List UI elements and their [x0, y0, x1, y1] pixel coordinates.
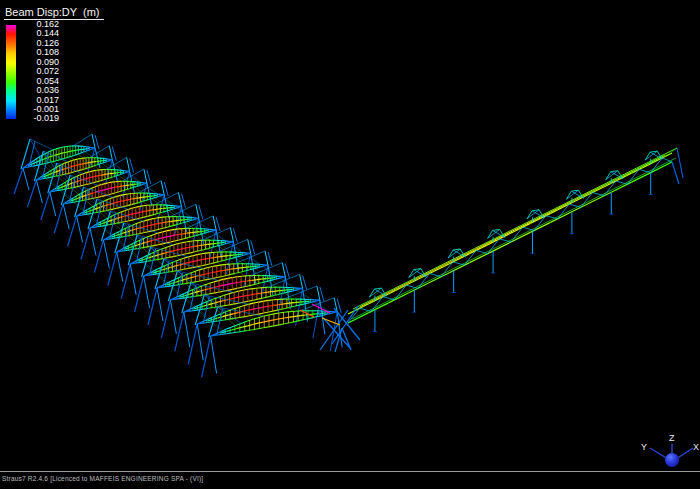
legend-color-band [6, 63, 16, 72]
legend-color-band [6, 34, 16, 43]
axis-z-label: Z [669, 434, 675, 443]
status-bar: Straus7 R2.4.6 [Licenced to MAFFEIS ENGI… [0, 471, 700, 482]
origin-ball-icon [665, 453, 679, 467]
straus7-window: { "window": {"background": "#000000"}, "… [0, 0, 700, 489]
legend-value: -0.019 [23, 114, 59, 123]
results-legend: Beam Disp:DY (m) 0.162 0.144 0.126 0.108… [4, 2, 104, 124]
legend-color-band [6, 101, 16, 110]
legend-color-band [6, 82, 16, 91]
legend-color-band [6, 72, 16, 81]
legend-values: 0.162 0.144 0.126 0.108 0.090 0.072 0.05… [23, 20, 59, 124]
legend-colorbar [6, 25, 16, 124]
legend-color-band [6, 110, 16, 119]
model-viewport[interactable] [0, 0, 700, 489]
axis-y-label: Y [641, 443, 647, 452]
legend-color-band [6, 53, 16, 62]
legend-title: Beam Disp:DY (m) [4, 6, 104, 20]
status-text: Straus7 R2.4.6 [Licenced to MAFFEIS ENGI… [0, 472, 700, 482]
legend-color-band [6, 44, 16, 53]
legend-color-band [6, 25, 16, 34]
axis-triad: Y Z X [638, 434, 700, 474]
axis-x-label: X [693, 443, 699, 452]
legend-color-band [6, 91, 16, 100]
